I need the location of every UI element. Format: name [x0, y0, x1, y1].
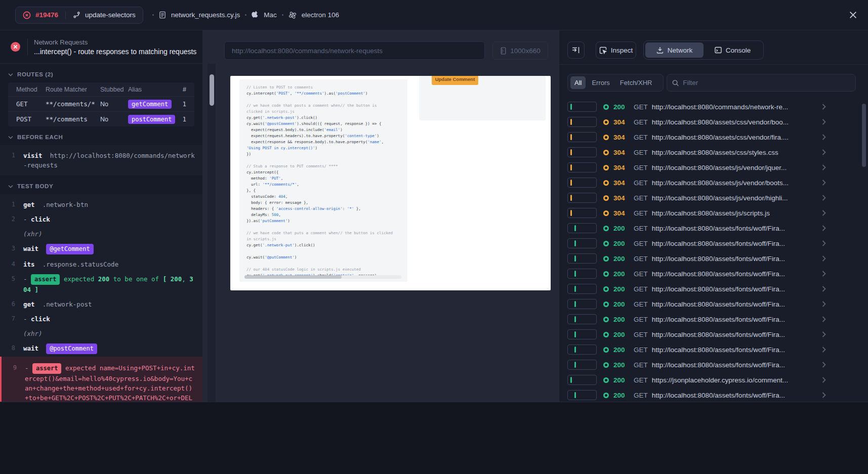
test-title: ...intercept() - route responses to matc… — [34, 48, 196, 56]
inspect-button[interactable]: Inspect — [596, 41, 636, 59]
filter-field[interactable] — [667, 74, 856, 92]
filter-tab-fetch-xhr[interactable]: Fetch/XHR — [616, 76, 656, 89]
network-request-row[interactable]: 304 GET http://localhost:8080/assets/css… — [559, 145, 861, 160]
spec-name[interactable]: network_requests.cy.js — [171, 11, 240, 19]
request-status: 304 — [613, 164, 634, 171]
col-method: Method — [16, 86, 46, 93]
status-ring-icon — [603, 150, 609, 155]
command-row[interactable]: 4 its .response.statusCode — [0, 257, 202, 272]
route-alias-badge[interactable]: getComment — [128, 100, 172, 109]
update-comment-button[interactable]: Update Comment — [432, 76, 478, 85]
assert-badge: assert — [32, 363, 61, 374]
alias-badge[interactable]: @getComment — [46, 244, 93, 254]
network-request-row[interactable]: 304 GET http://localhost:8080/assets/css… — [559, 130, 861, 145]
before-each-block: 1 visit http://localhost:8080/commands/n… — [0, 145, 202, 176]
network-request-row[interactable]: 200 GET http://localhost:8080/assets/fon… — [559, 281, 861, 296]
route-alias-badge[interactable]: postComment — [128, 115, 175, 124]
command-number: 4 — [0, 260, 23, 269]
status-ring-icon — [603, 317, 609, 322]
command-arg: .network-btn — [43, 201, 88, 208]
chevron-right-icon — [822, 210, 826, 216]
command-event-row[interactable]: (xhr) — [0, 326, 202, 341]
request-method: GET — [634, 361, 648, 369]
before-each-section-header[interactable]: BEFORE EACH — [0, 126, 202, 144]
request-method: GET — [634, 376, 648, 384]
chevron-right-icon — [822, 316, 826, 322]
command-row[interactable]: 6 get .network-post — [0, 297, 202, 312]
filter-tab-all[interactable]: All — [570, 76, 586, 89]
route-count: 1 — [179, 115, 186, 123]
requests-scrollbar-thumb[interactable] — [862, 104, 866, 167]
command-row[interactable]: 5 - assert expected 200 to be one of [ 2… — [0, 272, 202, 297]
network-request-row[interactable]: 200 GET http://localhost:8080/assets/fon… — [559, 387, 861, 402]
command-row[interactable]: 1 get .network-btn — [0, 197, 202, 212]
chevron-down-icon — [8, 185, 13, 188]
route-matcher: **/comments/* — [46, 100, 100, 108]
status-ring-icon — [603, 271, 609, 277]
search-icon — [672, 79, 679, 87]
command-row[interactable]: 1 visit http://localhost:8080/commands/n… — [0, 148, 202, 173]
devtools-header: Inspect Network Console AllErrorsFetch/X… — [559, 30, 868, 65]
aut-url-bar[interactable]: http://localhost:8080/commands/network-r… — [224, 41, 485, 60]
network-request-row[interactable]: 304 GET http://localhost:8080/assets/js/… — [559, 190, 861, 205]
network-request-row[interactable]: 304 GET http://localhost:8080/assets/js/… — [559, 160, 861, 175]
chevron-right-icon — [822, 286, 826, 292]
failed-command-block[interactable]: 9 - assert expected name=Using+POST+in+c… — [0, 357, 202, 402]
test-body-section-header[interactable]: TEST BODY — [0, 176, 202, 193]
command-row[interactable]: 3 wait @getComment — [0, 241, 202, 257]
network-request-row[interactable]: 200 GET http://localhost:8080/assets/fon… — [559, 327, 861, 342]
request-method: GET — [634, 134, 648, 141]
network-request-row[interactable]: 200 GET https://jsonplaceholder.cypress.… — [559, 372, 861, 387]
routes-section-header[interactable]: ROUTES (2) — [0, 64, 202, 81]
network-request-row[interactable]: 200 GET http://localhost:8080/assets/fon… — [559, 296, 861, 312]
tab-network[interactable]: Network — [645, 42, 704, 58]
request-url: http://localhost:8080/assets/css/vendor/… — [652, 118, 819, 126]
request-waterfall-chip — [567, 208, 597, 218]
test-body-block: 1 get .network-btn 2 - click (xhr) 3 wai… — [0, 194, 202, 402]
command-arg: .network-post — [43, 300, 92, 308]
spec-file-icon — [159, 11, 166, 19]
request-url: http://localhost:8080/assets/js/vendor/b… — [652, 179, 819, 187]
network-request-row[interactable]: 200 GET http://localhost:8080/assets/fon… — [559, 312, 861, 327]
dot-separator — [152, 14, 154, 16]
network-request-row[interactable]: 304 GET http://localhost:8080/assets/js/… — [559, 205, 861, 221]
command-row[interactable]: 7 - click — [0, 312, 202, 326]
network-request-row[interactable]: 200 GET http://localhost:8080/assets/fon… — [559, 221, 861, 236]
scrollbar-thumb[interactable] — [244, 275, 342, 279]
request-method: GET — [634, 331, 648, 338]
tab-console[interactable]: Console — [704, 42, 762, 58]
command-note: (xhr) — [23, 329, 195, 338]
col-matcher: Route Matcher — [46, 86, 100, 93]
command-row[interactable]: 2 - click — [0, 212, 202, 227]
run-pill[interactable]: #19476 update-selectors — [15, 7, 143, 24]
network-request-row[interactable]: 200 GET http://localhost:8080/assets/fon… — [559, 236, 861, 251]
filter-input[interactable] — [683, 79, 850, 87]
network-request-row[interactable]: 200 GET http://localhost:8080/assets/fon… — [559, 251, 861, 266]
route-row[interactable]: GET **/comments/* No getComment 1 — [8, 96, 194, 111]
col-alias: Alias — [128, 86, 179, 93]
command-event-row[interactable]: (xhr) — [0, 227, 202, 241]
collapse-panel-button[interactable] — [567, 41, 585, 59]
command-row[interactable]: 8 wait @postComment — [0, 341, 202, 357]
close-icon[interactable] — [849, 11, 857, 19]
filter-tab-errors[interactable]: Errors — [588, 76, 613, 89]
alias-badge[interactable]: @postComment — [46, 343, 97, 354]
command-name: wait — [23, 245, 38, 252]
scrollbar-thumb[interactable] — [210, 74, 214, 106]
network-request-row[interactable]: 200 GET http://localhost:8080/assets/fon… — [559, 266, 861, 281]
command-number: 7 — [0, 314, 23, 324]
request-status: 304 — [613, 179, 634, 187]
route-row[interactable]: POST **/comments No postComment 1 — [8, 111, 194, 126]
status-ring-icon — [603, 332, 609, 337]
code-horizontal-scrollbar[interactable] — [244, 275, 401, 279]
network-request-row[interactable]: 304 GET http://localhost:8080/assets/js/… — [559, 175, 861, 190]
command-row[interactable]: 9 - assert expected name=Using+POST+in+c… — [2, 361, 202, 402]
chevron-right-icon — [822, 392, 826, 398]
network-request-row[interactable]: 304 GET http://localhost:8080/assets/css… — [559, 114, 861, 130]
network-request-row[interactable]: 200 GET http://localhost:8080/assets/fon… — [559, 357, 861, 372]
network-request-row[interactable]: 200 GET http://localhost:8080/commands/n… — [559, 99, 861, 114]
sidebar-scrollbar[interactable] — [208, 64, 216, 402]
request-method: GET — [634, 346, 648, 354]
network-request-row[interactable]: 200 GET http://localhost:8080/assets/fon… — [559, 342, 861, 357]
request-status: 304 — [613, 134, 634, 141]
